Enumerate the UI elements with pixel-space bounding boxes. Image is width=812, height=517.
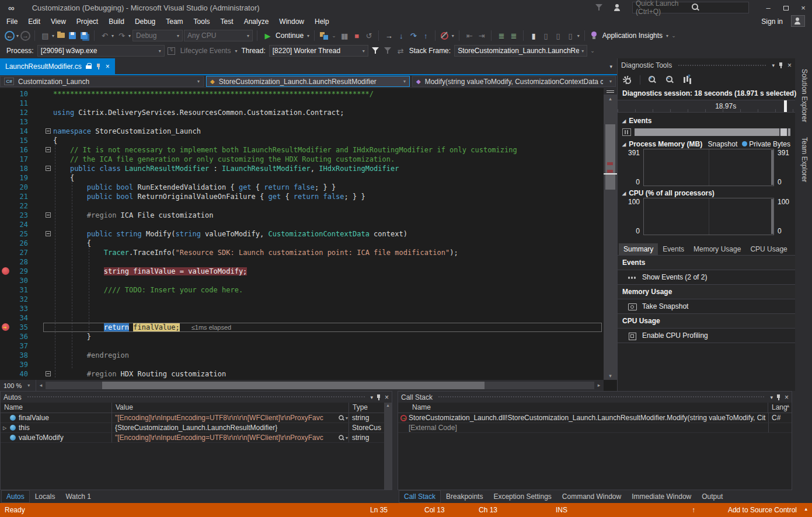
menu-item-view[interactable]: View [46,16,71,27]
breakpoint-margin[interactable] [0,99,12,108]
breakpoint-margin[interactable] [0,229,12,239]
fold-margin[interactable] [43,89,53,99]
breakpoint-margin[interactable] [0,183,12,192]
visualizer-dropdown[interactable]: ▾ [346,435,348,441]
pin-icon[interactable] [778,62,784,69]
fold-margin[interactable] [43,369,53,379]
zoom-out-icon[interactable]: − [665,75,675,85]
close-icon[interactable]: × [385,393,389,401]
menu-item-team[interactable]: Team [161,16,188,27]
new-file-dropdown[interactable]: ▾ [52,33,54,39]
pin-icon[interactable] [376,394,382,401]
feedback-filter-icon[interactable] [594,3,604,12]
save-all[interactable] [79,31,90,40]
perf-tip[interactable]: ≤1ms elapsed [191,324,231,331]
vertical-scrollbar[interactable]: ▴ ▾ [604,88,617,380]
navigate-backward-dropdown[interactable]: ▾ [16,33,19,39]
editor-splitter-handle[interactable] [604,88,617,95]
source-control-pullup-icon[interactable]: ▴ [804,506,807,512]
step-into[interactable]: ↓ [395,32,406,40]
clear-bookmarks[interactable]: ▯ [564,32,576,40]
disable-all-breakpoints[interactable] [440,31,450,40]
collapse-icon[interactable] [46,128,51,134]
continue-button[interactable]: ▶ [262,32,273,40]
breakpoint-icon[interactable] [2,267,9,275]
autos-header[interactable]: Autos ▾ × [1,392,392,403]
minimize-button[interactable]: – [759,4,777,12]
fold-margin[interactable] [43,360,53,369]
break-all[interactable]: ▮▮ [339,32,350,40]
collapse-icon[interactable] [46,147,51,152]
fold-margin[interactable] [43,173,53,183]
summary-action-events[interactable]: Show Events (2 of 2) [618,270,795,285]
diag-tab-memory-usage[interactable]: Memory Usage [689,243,745,255]
expander-icon[interactable]: ▷ [1,425,9,431]
breakpoint-margin[interactable] [0,313,12,323]
sign-in-button[interactable]: Sign in [761,18,783,26]
fold-margin[interactable] [43,201,53,211]
horizontal-scrollbar-thumb[interactable] [102,382,485,389]
horizontal-scrollbar-track[interactable] [46,382,594,389]
fold-margin[interactable] [43,99,53,108]
pin-icon[interactable] [96,63,102,70]
breakpoint-margin[interactable] [0,276,12,285]
tab-immediate-window[interactable]: Immediate Window [626,490,696,503]
new-file[interactable]: ▤ [39,32,50,40]
breakpoint-margin[interactable] [0,248,12,257]
step-out[interactable]: ↑ [420,32,431,40]
diag-tab-summary[interactable]: Summary [619,243,658,255]
undo[interactable]: ↶ [99,32,110,40]
fold-margin[interactable] [43,164,53,173]
menu-item-help[interactable]: Help [309,16,334,27]
member-dropdown[interactable]: ◆ Modify(string valueToModify, Customiza… [412,76,616,87]
menu-item-analyze[interactable]: Analyze [239,16,274,27]
code-editor[interactable]: 10**************************************… [0,88,604,380]
call-stack-frame[interactable]: StoreCustomization_Launch.dll!StoreCusto… [398,413,792,423]
breakpoint-margin[interactable] [0,127,12,136]
zoom-in-icon[interactable]: + [647,75,658,85]
fold-margin[interactable] [43,267,53,276]
cpu-section-header[interactable]: ◢ CPU (% of all processors) [618,187,795,198]
lifecycle-events-dropdown[interactable]: ▾ [235,48,237,54]
tab-close-icon[interactable]: × [106,62,110,71]
application-insights-label[interactable]: Application Insights [602,32,663,40]
tab-launchresultmodifier[interactable]: LaunchResultModifier.cs × [0,58,115,74]
fold-margin[interactable] [43,295,53,304]
send-feedback-icon[interactable] [612,3,623,12]
menu-item-window[interactable]: Window [274,16,309,27]
breakpoint-margin[interactable] [0,211,12,220]
add-to-source-control-button[interactable]: Add to Source Control [728,506,797,514]
fold-margin[interactable] [43,239,53,248]
summary-action-camera[interactable]: Take Snapshot [618,299,795,314]
stop-debugging[interactable]: ■ [351,32,362,40]
window-position-dropdown[interactable]: ▾ [770,394,773,400]
breakpoint-margin[interactable] [0,369,12,379]
scroll-down-icon[interactable]: ▾ [604,373,617,379]
filter-threads-icon[interactable] [370,46,381,55]
breakpoint-margin[interactable] [0,155,12,164]
save[interactable] [68,31,78,40]
fold-margin[interactable] [43,248,53,257]
document-list-dropdown[interactable]: ▾ [609,64,612,69]
next-bookmark[interactable]: ▯ [552,32,563,40]
lifecycle-events-icon[interactable] [166,46,177,55]
collapse-icon[interactable] [46,166,51,171]
diag-tab-cpu-usage[interactable]: CPU Usage [745,243,792,255]
breakpoint-margin[interactable] [0,89,12,99]
close-icon[interactable]: × [785,393,789,401]
breakpoint-margin[interactable] [0,295,12,304]
fold-margin[interactable] [43,220,53,229]
breakpoint-margin[interactable] [0,201,12,211]
side-tab-solution-explorer[interactable]: Solution Explorer [799,63,808,128]
toggle-flagged-threads[interactable]: ⇄ [395,47,406,55]
process-combo[interactable]: [29096] w3wp.exe▾ [37,45,165,57]
menu-item-project[interactable]: Project [71,16,103,27]
tab-breakpoints[interactable]: Breakpoints [441,490,488,503]
application-insights-dropdown[interactable]: ▾ [666,33,668,39]
diag-tab-events[interactable]: Events [658,243,689,255]
fold-margin[interactable] [43,192,53,201]
menu-item-test[interactable]: Test [215,16,239,27]
outdent-lines[interactable]: ≣ [508,32,519,40]
column-value[interactable]: Value [112,403,349,413]
fold-margin[interactable] [43,127,53,136]
